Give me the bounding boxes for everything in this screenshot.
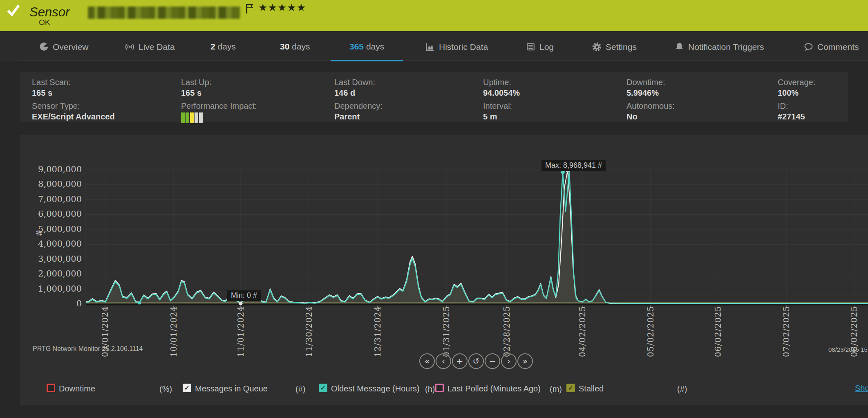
legend-label-messages-in-queue[interactable]: Messages in Queue [195, 384, 268, 393]
sensor-status-bar: Sensor ★★★★★ OK [0, 0, 868, 31]
ok-check-icon [7, 3, 20, 17]
x-axis-tick-label: 04/02/2025 [577, 306, 587, 357]
tab-label: Overview [53, 42, 89, 52]
y-axis-tick-label: 4,000,000 [33, 239, 82, 249]
bell-icon [674, 42, 685, 52]
tab-bar: OverviewLive Data2 days30 days365 daysHi… [0, 31, 868, 61]
info-label: Downtime: [626, 78, 665, 87]
info-value: 5 m [483, 112, 512, 121]
info-uptime: Uptime:94.0054% [483, 78, 520, 98]
historic-data-icon [425, 42, 435, 52]
x-axis-tick-label: 05/02/2025 [646, 306, 655, 357]
zoom-in-button[interactable]: + [452, 353, 468, 369]
legend-label-downtime[interactable]: Downtime [59, 384, 95, 393]
sensor-name-redacted [88, 7, 240, 19]
sensor-info-panel: Last Scan:165 sLast Up:165 sLast Down:14… [20, 72, 848, 122]
info-label: Sensor Type: [32, 101, 115, 111]
chart-panel: 9,000,0008,000,0007,000,0006,000,0005,00… [20, 135, 868, 405]
x-axis-tick-label: 12/31/2024 [373, 306, 383, 357]
gauge-icon [39, 42, 49, 52]
tab-separator [18, 61, 868, 61]
legend-checkbox-oldest-message-hours[interactable]: ✓ [319, 384, 327, 392]
info-last-scan: Last Scan:165 s [32, 78, 71, 98]
tab-historic-data[interactable]: Historic Data [425, 42, 488, 54]
info-label: Interval: [483, 101, 512, 111]
tab-days[interactable]: 30 days [280, 42, 310, 54]
x-axis-tick-label: 07/02/2025 [781, 306, 791, 357]
x-axis-tick-label: 10/01/2024 [169, 306, 179, 357]
tab-comments[interactable]: Comments [803, 42, 859, 54]
y-axis-tick-label: 3,000,000 [33, 254, 82, 264]
legend-checkbox-stalled[interactable]: ✓ [566, 384, 575, 392]
info-value: No [626, 112, 675, 121]
info-label: Coverage: [778, 78, 815, 87]
legend-unit-stalled: (#) [677, 384, 687, 394]
tab-days[interactable]: 2 days [210, 42, 236, 54]
info-label: Last Down: [334, 78, 375, 87]
legend-unit-downtime: (%) [159, 384, 172, 394]
legend-label-stalled[interactable]: Stalled [579, 384, 604, 393]
info-last-down: Last Down:146 d [334, 78, 375, 98]
priority-stars[interactable]: ★★★★★ [258, 2, 306, 13]
graph-timestamp: 08/23/2025 15:58 [828, 346, 868, 353]
y-axis-tick-label: 2,000,000 [33, 269, 82, 279]
x-axis-tick-label: 01/31/2025 [441, 306, 451, 357]
tab-live-data[interactable]: Live Data [125, 42, 175, 54]
info-label: Uptime: [483, 78, 520, 87]
log-icon [526, 42, 536, 52]
tab-days[interactable]: 365 days [349, 42, 384, 54]
y-axis-tick-label: 9,000,000 [33, 164, 82, 174]
live-data-icon [125, 42, 135, 52]
priority-flag-icon[interactable] [245, 3, 254, 14]
info-value: 146 d [334, 88, 375, 98]
fast-forward-button[interactable]: » [517, 353, 533, 369]
legend-unit-oldest-message-hours: (h) [425, 384, 435, 394]
tab-settings[interactable]: Settings [592, 42, 637, 54]
y-axis-tick-label: 6,000,000 [33, 209, 82, 219]
reset-button[interactable]: ↺ [468, 353, 484, 369]
tab-log[interactable]: Log [526, 42, 554, 54]
y-axis-tick-label: 8,000,000 [33, 179, 82, 189]
zoom-out-button[interactable]: − [485, 353, 500, 369]
y-axis-tick-label: 1,000,000 [33, 284, 82, 294]
info-dependency: Dependency:Parent [334, 101, 383, 121]
x-axis-tick-label: 02/28/2025 [502, 306, 512, 357]
tab-label: Log [539, 42, 554, 52]
min-annotation: Min: 0 # [227, 290, 261, 301]
tab-label: Historic Data [439, 42, 488, 52]
info-label: Performance Impact: [181, 101, 257, 111]
legend-label-last-polled-minutes-ago[interactable]: Last Polled (Minutes Ago) [447, 384, 541, 393]
legend-unit-last-polled-minutes-ago: (m) [550, 384, 562, 394]
tab-label: days [218, 42, 236, 51]
legend-checkbox-downtime[interactable] [47, 384, 55, 392]
info-id: ID:#27145 [778, 101, 805, 121]
tab-label: days [292, 42, 310, 51]
tab-overview[interactable]: Overview [39, 42, 89, 54]
tab-notification-triggers[interactable]: Notification Triggers [674, 42, 764, 54]
info-value: 100% [778, 88, 815, 98]
tab-label: Settings [606, 42, 637, 52]
show-link[interactable]: Show [855, 384, 868, 393]
fast-back-button[interactable]: « [419, 353, 435, 369]
info-value: 94.0054% [483, 88, 520, 98]
tab-range-number: 30 [280, 42, 289, 51]
legend-label-oldest-message-hours[interactable]: Oldest Message (Hours) [331, 384, 420, 393]
comment-icon [803, 42, 814, 52]
sensor-status-text: OK [39, 18, 50, 27]
settings-icon [592, 42, 602, 52]
back-button[interactable]: ‹ [436, 353, 451, 369]
forward-button[interactable]: › [501, 353, 517, 369]
tab-label: days [366, 42, 384, 51]
info-label: Dependency: [334, 101, 383, 111]
legend-checkbox-last-polled-minutes-ago[interactable] [435, 384, 444, 392]
info-label: Last Scan: [32, 78, 71, 87]
y-axis-tick-label: 7,000,000 [33, 194, 82, 204]
info-autonomous: Autonomous:No [626, 101, 675, 121]
info-label: ID: [778, 101, 805, 111]
info-last-up: Last Up:165 s [181, 78, 211, 98]
info-value: 165 s [32, 88, 71, 98]
legend-checkbox-messages-in-queue[interactable]: ✓ [183, 384, 191, 392]
performance-impact-bars [181, 112, 257, 123]
tab-label: Live Data [139, 42, 175, 52]
tab-label: Notification Triggers [688, 42, 764, 52]
